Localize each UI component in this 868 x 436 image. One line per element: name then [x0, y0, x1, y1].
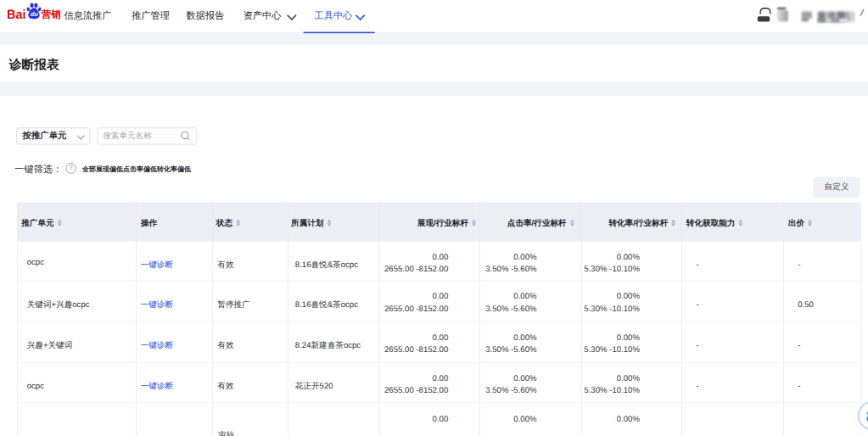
svg-text:du: du — [31, 11, 38, 18]
